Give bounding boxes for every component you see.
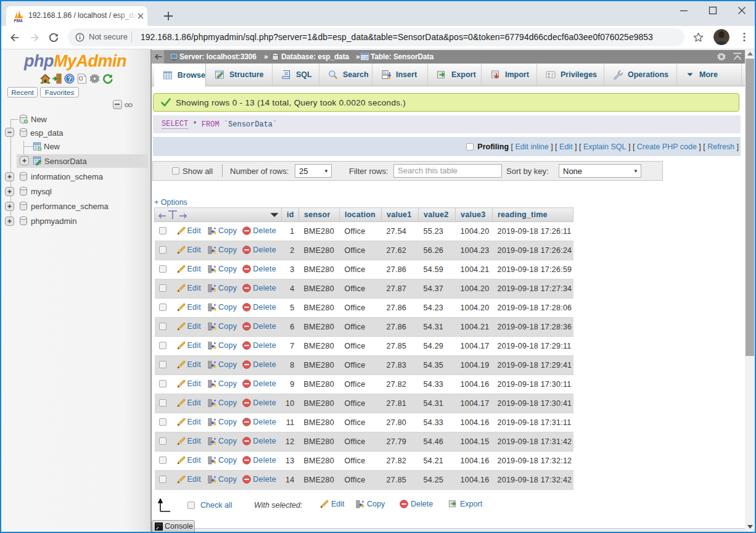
svg-text:?: ? [67,75,72,83]
svg-text:PMA: PMA [14,19,23,23]
